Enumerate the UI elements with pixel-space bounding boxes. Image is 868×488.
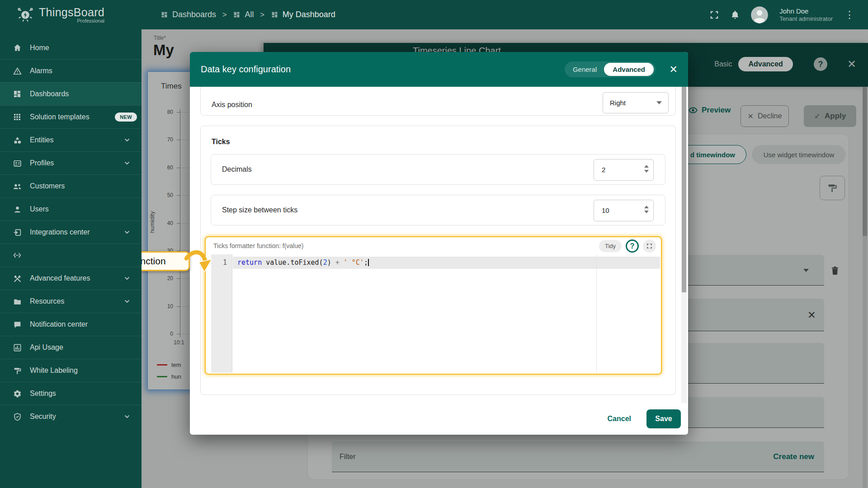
user-role: Tenant administrator — [779, 15, 833, 23]
decimals-value: 2 — [602, 166, 605, 174]
dialog-scrollbar[interactable] — [681, 87, 687, 403]
notification-center-icon — [12, 319, 22, 329]
dashboards-icon — [12, 89, 22, 99]
step-size-label: Step size between ticks — [222, 206, 297, 214]
breadcrumb-item-all[interactable]: All — [233, 10, 254, 19]
api-usage-icon — [12, 343, 22, 352]
step-size-value: 10 — [602, 206, 609, 214]
dashboard-tiles-icon — [160, 11, 168, 19]
thingsboard-logo[interactable]: ThingsBoard Professional — [16, 6, 104, 24]
code-token-operator: + — [335, 258, 340, 267]
tab-advanced[interactable]: Advanced — [604, 63, 654, 76]
customers-icon — [12, 181, 22, 191]
tidy-button[interactable]: Tidy — [599, 240, 622, 252]
cancel-button[interactable]: Cancel — [601, 410, 637, 427]
chevron-down-icon — [123, 274, 132, 283]
sidebar-item-solution-templates[interactable]: Solution templatesNEW — [0, 105, 142, 128]
home-icon — [12, 43, 22, 53]
sidebar-item-settings[interactable]: Settings — [0, 382, 142, 405]
topbar-actions: John Doe Tenant administrator ⋮ — [709, 0, 856, 29]
code-editor[interactable]: 1 return value.toFixed(2) + ' °C'; — [207, 254, 660, 373]
more-menu-icon[interactable]: ⋮ — [843, 10, 856, 20]
sidebar-item-api-usage[interactable]: Api Usage — [0, 336, 142, 359]
logo-title: ThingsBoard — [39, 6, 104, 18]
sidebar-item-advanced-features[interactable]: Advanced features — [0, 267, 142, 290]
profiles-icon — [12, 158, 22, 168]
breadcrumb-separator: > — [222, 11, 226, 19]
users-icon — [12, 204, 22, 214]
breadcrumb-item-dashboards[interactable]: Dashboards — [160, 10, 216, 19]
ticks-heading: Ticks — [212, 138, 230, 146]
dialog-footer: Cancel Save — [190, 403, 688, 435]
sidebar-item-white-labeling[interactable]: White Labeling — [0, 359, 142, 382]
sidebar-item-users[interactable]: Users — [0, 197, 142, 221]
topbar: ThingsBoard Professional Dashboards>All>… — [0, 0, 868, 29]
sidebar-item-entities[interactable]: Entities — [0, 128, 142, 151]
user-info: John Doe Tenant administrator — [779, 7, 833, 23]
axis-position-select[interactable]: Right — [603, 92, 669, 113]
security-icon — [12, 412, 22, 422]
sidebar-item-profiles[interactable]: Profiles — [0, 151, 142, 174]
decimals-stepper[interactable] — [644, 165, 649, 173]
decimals-label: Decimals — [222, 165, 252, 174]
formatter-fullscreen-icon[interactable] — [643, 239, 656, 253]
white-labeling-icon — [12, 366, 22, 375]
thingsboard-logo-icon — [16, 6, 34, 24]
ticks-formatter-label: Ticks formatter function: f(value) — [213, 242, 303, 249]
code-line: return value.toFixed(2) + ' °C'; — [237, 258, 369, 267]
decimals-input[interactable]: 2 — [594, 159, 654, 181]
ticks-section: Ticks Decimals 2 Step size between ticks… — [200, 126, 676, 395]
save-button[interactable]: Save — [646, 409, 681, 428]
sidebar-item-customers[interactable]: Customers — [0, 174, 142, 197]
new-badge: NEW — [115, 113, 137, 122]
logo-subtitle: Professional — [39, 18, 104, 23]
dialog-body: Axis position Right Ticks Decimals 2 Ste… — [190, 87, 688, 403]
fullscreen-icon[interactable] — [709, 9, 720, 20]
sidebar-item-notification-center[interactable]: Notification center — [0, 313, 142, 336]
sidebar-item-dashboards[interactable]: Dashboards — [0, 82, 142, 105]
dialog-mode-tabs: General Advanced — [565, 61, 656, 77]
sidebar-item-resources[interactable]: Resources — [0, 290, 142, 313]
sidebar-item-rule-chains[interactable] — [0, 244, 142, 267]
entities-icon — [12, 135, 22, 145]
sidebar-item-alarms[interactable]: Alarms — [0, 59, 142, 82]
sidebar-item-integrations-center[interactable]: Integrations center — [0, 221, 142, 244]
axis-position-row: Axis position Right — [200, 87, 676, 116]
dashboard-tiles-icon — [271, 11, 278, 19]
chevron-down-icon — [123, 228, 132, 237]
solution-templates-icon — [12, 112, 22, 122]
breadcrumb-separator: > — [260, 11, 264, 19]
breadcrumb-item-my-dashboard[interactable]: My Dashboard — [271, 10, 335, 19]
code-token-number: 2 — [323, 258, 327, 267]
code-token-string: ' °C' — [344, 258, 364, 267]
user-name: John Doe — [779, 7, 833, 15]
step-size-stepper[interactable] — [644, 206, 649, 213]
text-cursor — [368, 259, 369, 266]
sidebar: HomeAlarmsDashboardsSolution templatesNE… — [0, 29, 142, 488]
step-size-input[interactable]: 10 — [594, 200, 654, 221]
dashboard-tiles-icon — [233, 11, 241, 19]
code-token-plain: ) — [327, 258, 335, 267]
editor-gutter: 1 — [211, 254, 232, 373]
chevron-down-icon — [123, 136, 132, 145]
line-number: 1 — [223, 258, 227, 267]
dialog-close-icon[interactable]: ✕ — [670, 64, 678, 75]
advanced-features-icon — [12, 273, 22, 283]
ticks-formatter-section: Ticks formatter function: f(value) Tidy … — [205, 236, 662, 375]
notifications-bell-icon[interactable] — [730, 9, 741, 20]
formatter-help-icon[interactable]: ? — [626, 239, 639, 253]
chevron-down-icon — [123, 159, 132, 168]
sidebar-item-home[interactable]: Home — [0, 36, 142, 59]
dialog-header: Data key configuration General Advanced … — [190, 52, 688, 87]
settings-icon — [12, 389, 22, 399]
user-avatar[interactable] — [750, 6, 769, 24]
code-token-keyword: return — [237, 258, 262, 267]
data-key-configuration-dialog: Data key configuration General Advanced … — [190, 52, 688, 435]
breadcrumb: Dashboards>All>My Dashboard — [160, 0, 335, 29]
screen: ThingsBoard Professional Dashboards>All>… — [0, 0, 868, 488]
integrations-center-icon — [12, 227, 22, 237]
sidebar-item-security[interactable]: Security — [0, 405, 142, 428]
axis-position-value: Right — [610, 99, 626, 107]
tab-general[interactable]: General — [566, 63, 604, 76]
alarms-icon — [12, 66, 22, 76]
